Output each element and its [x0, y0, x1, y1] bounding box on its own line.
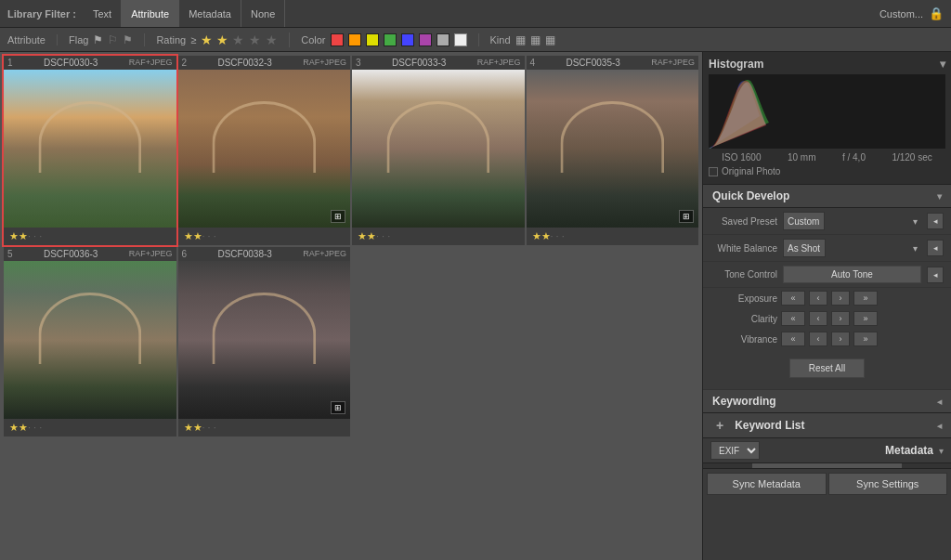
quick-develop-header[interactable]: Quick Develop ▾: [703, 185, 951, 208]
sync-settings-button[interactable]: Sync Settings: [828, 473, 948, 495]
keyword-list-arrow[interactable]: ◂: [937, 421, 942, 431]
sync-metadata-button[interactable]: Sync Metadata: [707, 473, 827, 495]
photo-stars-1[interactable]: ★★· · ·: [4, 228, 176, 245]
clarity-inc[interactable]: ›: [831, 311, 850, 326]
photo-stars-6[interactable]: ★★· · ·: [178, 419, 351, 436]
quick-develop-arrow[interactable]: ▾: [937, 191, 942, 202]
photo-thumb-5[interactable]: [4, 261, 176, 419]
reset-all-container: Reset All: [703, 349, 951, 389]
arch-4: [561, 101, 664, 173]
kind-icon-2[interactable]: ▦: [530, 33, 541, 46]
photo-cell-4[interactable]: 4 DSCF0035-3 RAF+JPEG ⊞ ★★· · ·: [527, 56, 699, 245]
original-photo-label: Original Photo: [722, 166, 780, 176]
keyword-plus-button[interactable]: +: [712, 418, 727, 433]
tab-text[interactable]: Text: [84, 0, 122, 27]
photo-name-1: DSCF0030-3: [44, 58, 98, 68]
thumb-inner-2: [178, 70, 351, 228]
saved-preset-select[interactable]: Custom: [783, 212, 825, 230]
color-purple[interactable]: [419, 33, 432, 46]
star-4[interactable]: ★: [249, 33, 261, 47]
color-gray[interactable]: [436, 33, 449, 46]
lock-icon[interactable]: 🔒: [929, 7, 944, 20]
color-orange[interactable]: [348, 33, 361, 46]
vibrance-inc-large[interactable]: »: [853, 332, 878, 346]
photo-cell-2[interactable]: 2 DSCF0032-3 RAF+JPEG ⊞ ★★· · ·: [178, 56, 351, 245]
vibrance-label: Vibrance: [710, 334, 777, 345]
keywording-arrow[interactable]: ◂: [937, 397, 942, 407]
original-photo-checkbox[interactable]: [709, 167, 718, 176]
vibrance-dec[interactable]: ‹: [809, 332, 827, 346]
hist-iso: ISO 1600: [722, 152, 761, 163]
flag-icon-reject[interactable]: ⚑: [123, 33, 133, 46]
hist-focal: 10 mm: [788, 152, 816, 163]
star-2[interactable]: ★: [216, 33, 228, 47]
photo-badge-2: ⊞: [331, 210, 345, 223]
photo-badge-4: ⊞: [679, 210, 694, 223]
flag-icon-gray[interactable]: ⚐: [108, 33, 118, 46]
clarity-dec-large[interactable]: «: [781, 311, 805, 326]
white-balance-select[interactable]: As Shot: [783, 239, 826, 257]
photo-cell-3[interactable]: 3 DSCF0033-3 RAF+JPEG ★★· · ·: [352, 56, 525, 245]
keyword-list-header[interactable]: + Keyword List ◂: [703, 413, 951, 438]
photo-cell-empty-1: [352, 247, 525, 436]
exposure-dec[interactable]: ‹: [809, 291, 827, 306]
photo-name-6: DSCF0038-3: [217, 249, 271, 259]
keywording-header[interactable]: Keywording ◂: [703, 389, 951, 413]
keyword-list-title: Keyword List: [735, 419, 804, 432]
tab-none[interactable]: None: [241, 0, 285, 27]
kind-icon-3[interactable]: ▦: [545, 33, 555, 46]
photo-cell-1[interactable]: 1 DSCF0030-3 RAF+JPEG ★★· · ·: [4, 56, 176, 245]
tab-metadata[interactable]: Metadata: [179, 0, 241, 27]
exposure-inc[interactable]: ›: [831, 291, 850, 306]
photo-thumb-2[interactable]: ⊞: [178, 70, 351, 228]
photo-cell-6[interactable]: 6 DSCF0038-3 RAF+JPEG ⊞ ★★· · ·: [178, 247, 351, 436]
hist-info: ISO 1600 10 mm f / 4,0 1/120 sec: [709, 149, 945, 164]
photo-thumb-1[interactable]: [4, 70, 176, 228]
color-red[interactable]: [331, 33, 344, 46]
custom-label[interactable]: Custom...: [879, 8, 923, 20]
kind-icon-1[interactable]: ▦: [515, 33, 526, 46]
thumb-inner-6: [178, 261, 351, 419]
photo-stars-5[interactable]: ★★· · ·: [4, 419, 176, 436]
histogram-section: Histogram ▾ ISO 1600 10 mm: [703, 52, 951, 185]
color-white[interactable]: [454, 33, 467, 46]
hist-original-row: Original Photo: [709, 164, 945, 178]
photo-stars-3[interactable]: ★★· · ·: [352, 228, 525, 245]
exif-select[interactable]: EXIF: [710, 441, 760, 460]
color-green[interactable]: [384, 33, 397, 46]
flag-icon-white[interactable]: ⚑: [93, 33, 103, 46]
star-1[interactable]: ★: [201, 33, 212, 47]
reset-all-button[interactable]: Reset All: [789, 358, 865, 378]
photo-num-2: 2: [182, 58, 188, 68]
histogram-canvas: [709, 74, 945, 149]
clarity-inc-large[interactable]: »: [853, 311, 878, 326]
star-3[interactable]: ★: [232, 33, 244, 47]
tab-attribute[interactable]: Attribute: [122, 0, 179, 27]
dot5: · · ·: [28, 422, 42, 433]
tone-control-arrow-btn[interactable]: ◂: [927, 267, 944, 283]
photo-name-4: DSCF0035-3: [566, 58, 619, 68]
photo-stars-2[interactable]: ★★· · ·: [178, 228, 351, 245]
photo-thumb-4[interactable]: ⊞: [527, 70, 699, 228]
clarity-dec[interactable]: ‹: [809, 311, 827, 326]
white-balance-arrow-btn[interactable]: ◂: [927, 240, 944, 256]
star-5[interactable]: ★: [266, 33, 278, 47]
photo-stars-4[interactable]: ★★· · ·: [527, 228, 699, 245]
saved-preset-arrow-btn[interactable]: ◂: [927, 213, 944, 229]
histogram-arrow[interactable]: ▾: [940, 58, 945, 71]
thumb-inner-1: [4, 70, 176, 228]
color-blue[interactable]: [401, 33, 414, 46]
exposure-inc-large[interactable]: »: [853, 291, 878, 306]
photo-thumb-6[interactable]: ⊞: [178, 261, 351, 419]
photo-cell-5[interactable]: 5 DSCF0036-3 RAF+JPEG ★★· · ·: [4, 247, 176, 436]
vibrance-dec-large[interactable]: «: [781, 332, 805, 346]
attribute-bar: Attribute Flag ⚑ ⚐ ⚑ Rating ≥ ★ ★ ★ ★ ★ …: [0, 28, 951, 52]
photo-header-3: 3 DSCF0033-3 RAF+JPEG: [352, 56, 525, 70]
metadata-arrow[interactable]: ▾: [939, 446, 944, 456]
metadata-title: Metadata: [885, 444, 933, 457]
auto-tone-button[interactable]: Auto Tone: [783, 266, 921, 283]
photo-thumb-3[interactable]: [352, 70, 525, 228]
vibrance-inc[interactable]: ›: [831, 332, 850, 346]
color-yellow[interactable]: [366, 33, 379, 46]
exposure-dec-large[interactable]: «: [781, 291, 805, 306]
